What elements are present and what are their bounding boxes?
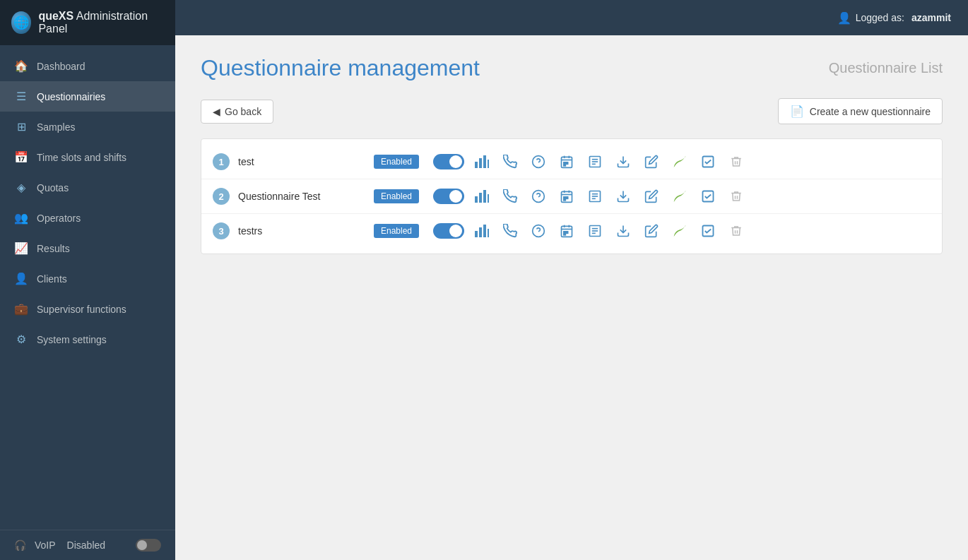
help-icon[interactable] [528,221,549,241]
svg-rect-39 [479,227,482,237]
enable-toggle[interactable] [433,223,464,239]
sidebar-item-supervisor[interactable]: 💼 Supervisor functions [0,294,175,324]
row-number: 3 [213,222,230,239]
sidebar-item-questionnaires[interactable]: ☰ Questionnairies [0,81,175,112]
stats-icon[interactable] [471,152,492,172]
voip-label: VoIP [35,540,56,551]
sidebar-item-operators[interactable]: 👥 Operators [0,203,175,233]
calendar-icon[interactable] [556,221,577,241]
stats-icon[interactable] [471,186,492,206]
svg-rect-31 [564,199,566,201]
sidebar-item-label: Questionnairies [37,91,105,102]
sidebar-item-quotas[interactable]: ◈ Quotas [0,172,175,203]
svg-rect-22 [488,194,489,203]
sidebar-item-clients[interactable]: 👤 Clients [0,263,175,294]
sidebar-item-label: Samples [37,121,75,133]
svg-rect-2 [483,155,486,168]
sidebar-item-samples[interactable]: ⊞ Samples [0,112,175,142]
leaf-icon[interactable] [669,152,690,172]
download-icon[interactable] [613,221,634,241]
checkbox-icon[interactable] [697,152,719,172]
status-badge: Enabled [374,224,419,238]
svg-rect-48 [564,232,566,234]
logged-as-label: Logged as: [856,12,904,23]
checkbox-icon[interactable] [697,221,719,241]
enable-toggle[interactable] [433,154,464,169]
page-subtitle: Questionnaire List [829,60,943,76]
row-actions [433,221,747,241]
sidebar-item-label: Supervisor functions [37,304,126,315]
edit-icon[interactable] [641,221,662,241]
notes-icon[interactable] [584,152,606,172]
voip-toggle[interactable] [136,539,161,552]
sidebar-item-label: Operators [37,213,81,224]
voip-status: Disabled [67,540,105,551]
username: azammit [911,12,951,23]
results-icon: 📈 [14,242,28,255]
svg-rect-0 [475,162,478,168]
download-icon[interactable] [613,152,634,172]
globe-icon: 🌐 [11,11,31,34]
svg-rect-21 [483,190,486,203]
help-icon[interactable] [528,186,549,206]
go-back-button[interactable]: ◀ Go back [201,100,273,124]
sidebar-item-label: System settings [37,334,107,345]
svg-rect-20 [479,193,482,203]
sidebar-item-label: Clients [37,273,67,285]
sidebar-item-timeslots[interactable]: 📅 Time slots and shifts [0,142,175,172]
status-badge: Enabled [374,155,419,169]
doc-icon: 📄 [790,105,804,118]
sidebar-nav: 🏠 Dashboard ☰ Questionnairies ⊞ Samples … [0,45,175,530]
content-area: Questionnaire management Questionnaire L… [175,35,968,560]
svg-rect-38 [475,231,478,237]
svg-rect-12 [564,165,566,166]
svg-rect-50 [564,234,566,235]
questionnaire-list: 1 test Enabled [201,138,943,254]
calendar-icon[interactable] [556,186,577,206]
create-questionnaire-button[interactable]: 📄 Create a new questionnaire [778,98,943,124]
enable-toggle[interactable] [433,189,464,204]
delete-icon[interactable] [726,221,747,241]
row-actions [433,186,747,206]
help-icon[interactable] [528,152,549,172]
edit-icon[interactable] [641,152,662,172]
edit-icon[interactable] [641,186,662,206]
notes-icon[interactable] [584,186,606,206]
delete-icon[interactable] [726,152,747,172]
checkbox-icon[interactable] [697,186,719,206]
leaf-icon[interactable] [669,186,690,206]
delete-icon[interactable] [726,186,747,206]
user-info: 👤 Logged as: azammit [837,11,951,25]
questionnaire-name: test [238,156,365,167]
svg-rect-3 [488,160,489,168]
table-row: 2 Questionnaire Test Enabled [201,179,942,214]
svg-rect-11 [566,162,568,165]
sidebar-item-results[interactable]: 📈 Results [0,233,175,263]
phone-icon[interactable] [500,152,521,172]
sidebar-item-settings[interactable]: ⚙ System settings [0,324,175,355]
svg-rect-29 [564,197,566,199]
sidebar-header: 🌐 queXS Administration Panel [0,0,175,45]
svg-rect-30 [566,197,568,199]
clients-icon: 👤 [14,272,28,285]
toolbar: ◀ Go back 📄 Create a new questionnaire [201,98,943,124]
questionnaire-name: Questionnaire Test [238,191,365,202]
phone-icon[interactable] [500,186,521,206]
topbar: 👤 Logged as: azammit [175,0,968,35]
go-back-label: Go back [225,106,261,117]
download-icon[interactable] [613,186,634,206]
page-title: Questionnaire management [201,55,480,81]
svg-rect-41 [488,229,489,237]
back-arrow-icon: ◀ [213,106,220,117]
notes-icon[interactable] [584,221,606,241]
phone-icon[interactable] [500,221,521,241]
table-row: 3 testrs Enabled [201,214,942,248]
calendar-icon[interactable] [556,152,577,172]
svg-rect-49 [566,232,568,234]
leaf-icon[interactable] [669,221,690,241]
sidebar-item-dashboard[interactable]: 🏠 Dashboard [0,51,175,81]
supervisor-icon: 💼 [14,302,28,316]
stats-icon[interactable] [471,221,492,241]
questionnaire-name: testrs [238,225,365,237]
status-badge: Enabled [374,189,419,203]
